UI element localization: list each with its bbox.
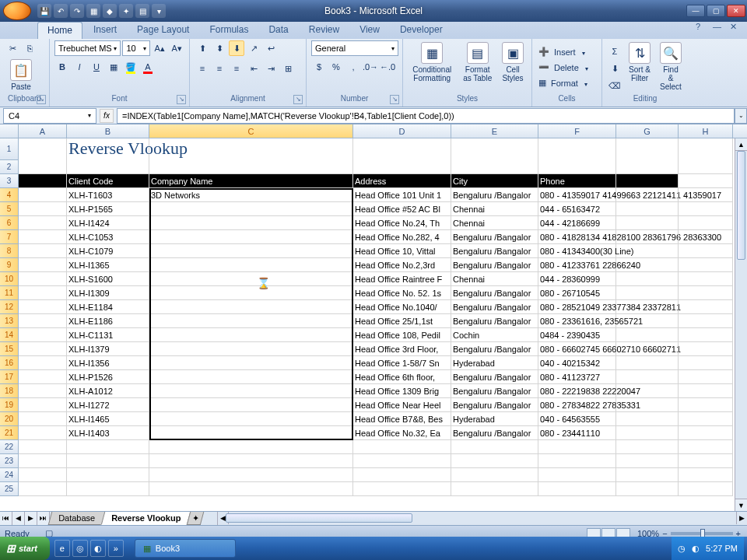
close-button[interactable]: ✕ [727, 5, 745, 17]
cell[interactable]: XLH-P1565 [67, 202, 149, 216]
cell[interactable] [19, 328, 67, 342]
col-header[interactable]: G [616, 124, 679, 138]
cell[interactable] [616, 412, 679, 426]
system-tray[interactable]: ◷ ◐ 5:27 PM [672, 537, 744, 560]
cell[interactable] [353, 482, 451, 496]
cell[interactable] [149, 244, 353, 258]
cell[interactable] [679, 314, 733, 328]
row-header[interactable]: 20 [0, 412, 19, 426]
autosum-icon[interactable]: Σ [607, 44, 622, 59]
cell[interactable] [616, 258, 679, 272]
find-select-button[interactable]: 🔍Find & Select [657, 40, 685, 93]
cell[interactable] [19, 258, 67, 272]
cell[interactable]: 080 - 23441110 [538, 426, 616, 440]
tab-view[interactable]: View [350, 22, 389, 39]
cell[interactable]: Bengaluru /Bangalor [451, 286, 538, 300]
cell[interactable]: 080 - 41233761 22866240 [538, 258, 616, 272]
cell[interactable] [149, 454, 353, 468]
cell[interactable] [149, 300, 353, 314]
cell[interactable] [19, 160, 67, 174]
expand-formula-bar-icon[interactable]: ⌄ [735, 108, 747, 124]
cell[interactable] [149, 482, 353, 496]
cell[interactable]: 080 - 22219838 22220047 [538, 384, 616, 398]
row-header[interactable]: 2 [0, 160, 19, 174]
copy-icon[interactable]: ⎘ [22, 40, 37, 56]
sheet-tab-reverse-vlookup[interactable]: Reverse Vlookup [101, 512, 191, 525]
qat-dropdown-icon[interactable]: ▾ [152, 4, 166, 18]
cell[interactable]: Client Code [67, 174, 149, 188]
align-top-icon[interactable]: ⬆ [195, 40, 210, 56]
cell[interactable] [149, 230, 353, 244]
cell[interactable] [19, 202, 67, 216]
cell[interactable]: 080 - 41359017 41499663 22121411 4135901… [538, 188, 616, 202]
formula-bar[interactable]: =INDEX(Table1[Company Name],MATCH('Rever… [117, 108, 735, 124]
cell[interactable]: Company Name [149, 174, 353, 188]
cell[interactable]: Bengaluru /Bangalor [451, 300, 538, 314]
cell[interactable]: Head Office No. 52. 1s [353, 286, 451, 300]
cell[interactable] [451, 440, 538, 454]
align-right-icon[interactable]: ≡ [229, 61, 244, 76]
cell[interactable] [19, 398, 67, 412]
dialog-launcher-icon[interactable]: ↘ [177, 95, 186, 104]
scroll-down-icon[interactable]: ▼ [735, 499, 747, 511]
maximize-button[interactable]: ▢ [707, 5, 725, 17]
cell[interactable] [616, 160, 679, 174]
cell[interactable]: Head Office 1309 Brig [353, 384, 451, 398]
row-header[interactable]: 22 [0, 440, 19, 454]
increase-indent-icon[interactable]: ⇥ [263, 61, 279, 76]
cell[interactable]: Head Office 3rd Floor, [353, 342, 451, 356]
cell[interactable]: Head Office 101 Unit 1 [353, 188, 451, 202]
cell[interactable] [616, 138, 679, 160]
cell[interactable] [616, 286, 679, 300]
cell[interactable] [679, 426, 733, 440]
merge-center-icon[interactable]: ⊞ [280, 61, 296, 76]
cell[interactable] [19, 272, 67, 286]
qat-icon[interactable]: ▦ [86, 4, 100, 18]
cell[interactable] [679, 440, 733, 454]
minimize-ribbon-icon[interactable]: — [713, 22, 724, 33]
cell[interactable] [616, 342, 679, 356]
cell[interactable] [679, 468, 733, 482]
cell[interactable] [19, 174, 67, 188]
cell[interactable]: Head Office No.24, Th [353, 216, 451, 230]
col-header[interactable]: D [353, 124, 451, 138]
font-size-combo[interactable]: 10▾ [122, 40, 150, 56]
cell[interactable]: XLH-I1309 [67, 286, 149, 300]
qat-icon[interactable]: ✦ [119, 4, 133, 18]
row-header[interactable]: 13 [0, 314, 19, 328]
cell[interactable]: XLH-I1356 [67, 356, 149, 370]
sheet-tab-database[interactable]: Database [48, 512, 106, 525]
sort-filter-button[interactable]: ⇅Sort & Filter [626, 40, 654, 84]
cell[interactable] [19, 482, 67, 496]
cell[interactable]: Head Office No.282, 4 [353, 230, 451, 244]
cell[interactable] [149, 412, 353, 426]
scroll-thumb[interactable] [226, 513, 412, 523]
cell[interactable] [67, 482, 149, 496]
cell[interactable] [679, 384, 733, 398]
cell[interactable]: Bengaluru /Bangalor [451, 314, 538, 328]
format-cells-button[interactable]: ▦Format [537, 76, 589, 90]
cell[interactable]: Head Office No.1040/ [353, 300, 451, 314]
tab-home[interactable]: Home [37, 22, 82, 39]
cell[interactable] [679, 272, 733, 286]
cell[interactable]: Head Office 6th floor, [353, 370, 451, 384]
cell[interactable] [616, 440, 679, 454]
cell[interactable] [19, 412, 67, 426]
cell[interactable] [67, 160, 149, 174]
cell[interactable]: 044 - 65163472 [538, 202, 616, 216]
cell[interactable] [616, 314, 679, 328]
cell[interactable]: Bengaluru /Bangalor [451, 384, 538, 398]
row-header[interactable]: 7 [0, 230, 19, 244]
qat-icon[interactable]: ▤ [135, 4, 149, 18]
cell[interactable]: Bengaluru /Bangalor [451, 258, 538, 272]
cell[interactable] [679, 454, 733, 468]
cell[interactable] [616, 216, 679, 230]
cell[interactable] [616, 244, 679, 258]
cell[interactable] [19, 356, 67, 370]
cell[interactable] [451, 160, 538, 174]
cell[interactable] [538, 454, 616, 468]
cell[interactable]: Hyderabad [451, 356, 538, 370]
cell[interactable]: Bengaluru /Bangalor [451, 230, 538, 244]
row-header[interactable]: 18 [0, 384, 19, 398]
row-header[interactable]: 12 [0, 300, 19, 314]
